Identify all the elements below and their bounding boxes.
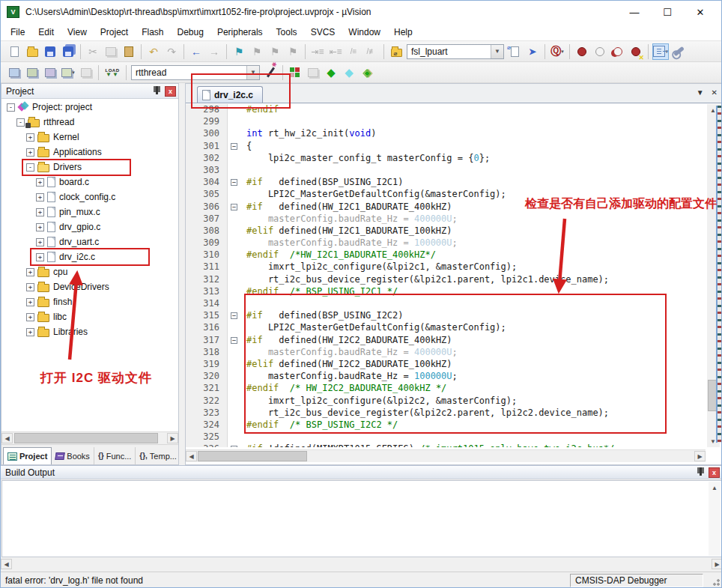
menu-edit[interactable]: Edit	[31, 25, 61, 40]
chevron-down-icon[interactable]: ▼	[246, 66, 259, 79]
fold-margin[interactable]: −	[228, 443, 241, 447]
code-view[interactable]: 298#endif299300int rt_hw_i2c_init(void)3…	[186, 104, 706, 447]
uncomment-icon[interactable]: /≢	[363, 43, 380, 60]
scrollbar-thumb[interactable]	[14, 433, 158, 443]
code-line[interactable]: 325	[186, 431, 706, 443]
menu-file[interactable]: File	[4, 25, 31, 40]
code-line[interactable]: 313#endif /* BSP_USING_I2C1 */	[186, 286, 706, 298]
build-icon[interactable]	[24, 64, 40, 81]
fold-margin[interactable]: −	[228, 310, 241, 322]
comment-icon[interactable]: /≡	[345, 43, 362, 60]
stop-build-icon[interactable]	[78, 64, 94, 81]
scroll-up-icon[interactable]: ▲	[709, 482, 720, 493]
code-line[interactable]: 314	[186, 298, 706, 310]
fold-margin[interactable]	[228, 419, 241, 431]
fold-margin[interactable]	[228, 347, 241, 359]
outdent-icon[interactable]: ⇤≡	[327, 43, 344, 60]
tree-expander-icon[interactable]: +	[36, 253, 44, 261]
minimize-button[interactable]: —	[618, 2, 651, 22]
code-line[interactable]: 305 LPI2C_MasterGetDefaultConfig(&master…	[186, 189, 706, 201]
fold-margin[interactable]	[228, 274, 241, 286]
code-line[interactable]: 308#elif defined(HW_I2C1_BADURATE_100kHZ…	[186, 225, 706, 237]
breakpoint-disable-all-icon[interactable]	[610, 43, 626, 60]
tree-item-kernel[interactable]: +Kernel	[1, 130, 178, 145]
tree-expander-icon[interactable]: -	[26, 163, 34, 172]
tree-expander-icon[interactable]: +	[26, 313, 34, 321]
workspace-tab-books[interactable]: Books	[52, 447, 94, 464]
tree-expander-icon[interactable]: +	[26, 298, 34, 306]
code-line[interactable]: 322 imxrt_lpi2c_configure(&lpi2c2, &mast…	[186, 395, 706, 407]
fold-margin[interactable]	[228, 213, 241, 225]
translate-icon[interactable]	[6, 64, 22, 81]
save-icon[interactable]	[42, 43, 58, 60]
tree-item-project-project[interactable]: -Project: project	[1, 100, 178, 115]
target-select[interactable]: rtthread▼	[131, 65, 260, 80]
fold-margin[interactable]	[228, 407, 241, 419]
navigate-back-icon[interactable]: ←	[188, 43, 204, 60]
undo-icon[interactable]: ↶	[145, 43, 162, 60]
menu-peripherals[interactable]: Peripherals	[210, 25, 270, 40]
code-line[interactable]: 310#endif /*HW_I2C1_BADURATE_400kHZ*/	[186, 249, 706, 261]
tree-expander-icon[interactable]: +	[26, 133, 34, 142]
fold-collapse-icon[interactable]: −	[231, 179, 237, 186]
code-line[interactable]: 315−#if defined(BSP_USING_I2C2)	[186, 310, 706, 322]
scroll-left-icon[interactable]: ◀	[186, 451, 197, 461]
fold-collapse-icon[interactable]: −	[231, 312, 237, 319]
cut-icon[interactable]: ✂	[85, 43, 101, 60]
fold-margin[interactable]	[228, 395, 241, 407]
code-line[interactable]: 323 rt_i2c_bus_device_register(&lpi2c2.p…	[186, 407, 706, 419]
menu-help[interactable]: Help	[387, 25, 419, 40]
editor-tab-drv-i2c[interactable]: drv_i2c.c	[197, 86, 263, 103]
fold-collapse-icon[interactable]: −	[231, 204, 237, 210]
panel-splitter[interactable]	[179, 83, 185, 465]
tree-item-drivers[interactable]: -Drivers	[1, 160, 178, 175]
wrench-icon[interactable]	[670, 43, 687, 60]
tab-list-dropdown-icon[interactable]: ▼	[697, 88, 704, 97]
tree-expander-icon[interactable]: +	[36, 208, 44, 216]
resize-grip[interactable]	[708, 574, 721, 587]
window-layout-icon[interactable]: ▾	[652, 43, 669, 60]
code-line[interactable]: 307 masterConfig.baudRate_Hz = 400000U;	[186, 213, 706, 225]
tree-item-libc[interactable]: +libc	[1, 309, 178, 324]
tree-expander-icon[interactable]: +	[26, 148, 34, 157]
build-output-hscrollbar[interactable]: ◀ ▶	[1, 558, 722, 572]
fold-margin[interactable]	[228, 165, 241, 177]
code-line[interactable]: 319#elif defined(HW_I2C2_BADURATE_100kHZ…	[186, 359, 706, 371]
tree-expander-icon[interactable]: +	[26, 268, 34, 276]
fold-margin[interactable]: −	[228, 177, 241, 189]
fold-margin[interactable]	[228, 104, 241, 116]
tree-expander-icon[interactable]: +	[36, 238, 44, 246]
scroll-left-icon[interactable]: ◀	[1, 433, 13, 443]
fold-margin[interactable]	[228, 225, 241, 237]
project-panel-close-icon[interactable]: x	[165, 86, 176, 97]
manage-books-icon[interactable]	[305, 64, 321, 81]
fold-collapse-icon[interactable]: −	[231, 143, 237, 150]
build-output-close-icon[interactable]: x	[709, 467, 720, 478]
paste-icon[interactable]	[121, 43, 137, 60]
menu-tools[interactable]: Tools	[270, 25, 304, 40]
code-line[interactable]: 317−#if defined(HW_I2C2_BADURATE_400kHZ)	[186, 335, 706, 347]
tree-item-board-c[interactable]: +board.c	[1, 175, 178, 190]
manage-rte-icon[interactable]	[287, 64, 303, 81]
bookmark-prev-icon[interactable]: ⚑	[249, 43, 265, 60]
open-folder-icon[interactable]	[24, 43, 40, 60]
workspace-tab-project[interactable]: Project	[3, 447, 52, 464]
fold-margin[interactable]	[228, 359, 241, 371]
scroll-right-icon[interactable]: ▶	[694, 451, 706, 461]
scroll-left-icon[interactable]: ◀	[1, 559, 12, 569]
fold-margin[interactable]	[228, 322, 241, 334]
tree-item-applications[interactable]: +Applications	[1, 145, 178, 160]
scroll-right-icon[interactable]: ▶	[167, 433, 178, 443]
pin-icon[interactable]	[695, 467, 706, 478]
tree-item-rtthread[interactable]: -rtthread	[1, 115, 178, 130]
build-output-content[interactable]: ▲	[1, 480, 722, 557]
code-line[interactable]: 301−{	[186, 141, 706, 153]
fold-margin[interactable]	[228, 249, 241, 261]
code-line[interactable]: 324#endif /* BSP_USING_I2C2 */	[186, 419, 706, 431]
code-line[interactable]: 320 masterConfig.baudRate_Hz = 100000U;	[186, 371, 706, 383]
redo-icon[interactable]: ↷	[163, 43, 180, 60]
rebuild-icon[interactable]	[42, 64, 58, 81]
close-document-icon[interactable]: ✕	[712, 88, 718, 97]
project-panel-hscrollbar[interactable]: ◀ ▶	[1, 431, 178, 444]
save-all-icon[interactable]	[60, 43, 76, 60]
